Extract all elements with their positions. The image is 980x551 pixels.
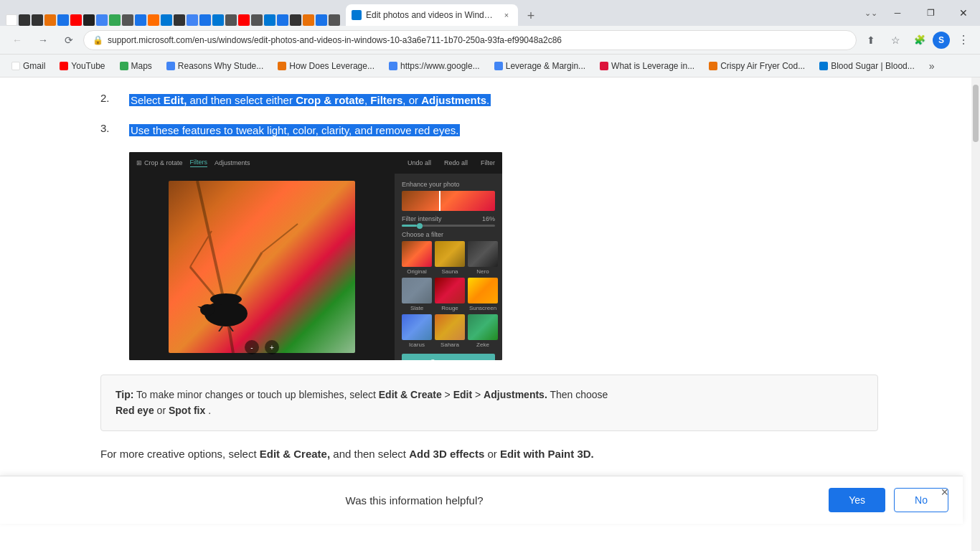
tab-list-button[interactable]: ⌄⌄ (861, 3, 881, 23)
filter-slate-thumb (402, 278, 432, 303)
feedback-question: Was this information helpful? (14, 494, 814, 507)
filter-sauna-name: Sauna (441, 268, 458, 275)
tip-bold-1: Edit & Create (379, 389, 442, 400)
save-copy-button[interactable]: Save a copy (402, 354, 495, 360)
tab-close-button[interactable]: × (501, 9, 512, 21)
tip-bold-5: Spot fix (169, 405, 205, 416)
intensity-fill (402, 225, 417, 227)
filter-sauna[interactable]: Sauna (435, 241, 465, 275)
filter-rouge[interactable]: Rouge (435, 278, 465, 311)
bookmark-gmail[interactable]: Gmail (6, 59, 51, 73)
extension-button[interactable]: 🧩 (908, 29, 931, 52)
editor-photo-area: - + (129, 174, 395, 360)
active-tab[interactable]: Edit photos and videos in Windows 10 × (346, 4, 518, 26)
bookmark-leverage[interactable]: How Does Leverage... (272, 59, 380, 73)
share-button[interactable]: ⬆ (859, 29, 882, 52)
minimize-button[interactable]: ─ (881, 0, 914, 26)
adjustments-tab[interactable]: Adjustments (215, 159, 250, 166)
fav-15 (199, 14, 211, 26)
filter-sahara[interactable]: Sahara (435, 314, 465, 348)
svg-point-11 (210, 293, 242, 305)
filter-icarus-name: Icarus (409, 342, 425, 348)
fav-8 (109, 14, 121, 26)
filter-original-thumb (402, 241, 432, 267)
step-2-text: Select Edit, and then select either Crop… (129, 92, 491, 109)
address-text: support.microsoft.com/en-us/windows/edit… (108, 35, 847, 45)
scrollbar-thumb[interactable] (973, 85, 979, 142)
enhance-preview (402, 191, 495, 211)
tab-bar: Edit photos and videos in Windows 10 × +… (0, 0, 980, 26)
filter-sunscreen-name: Sunscreen (469, 305, 496, 311)
svg-line-10 (230, 326, 233, 331)
maps-favicon (120, 62, 128, 70)
bookmark-youtube[interactable]: YouTube (54, 59, 110, 73)
step-2-highlighted: Select Edit, and then select either Crop… (129, 94, 491, 106)
undo-all-btn[interactable]: Undo all (407, 159, 431, 166)
bookmark-airfryer[interactable]: Crispy Air Fryer Cod... (703, 59, 811, 73)
enhance-label: Enhance your photo (402, 181, 495, 188)
svg-point-7 (200, 304, 215, 316)
editor-mockup: ⊞ Crop & rotate Filters Adjustments Undo… (129, 152, 502, 360)
filter-original[interactable]: Original (402, 241, 432, 275)
filters-tab[interactable]: Filters (190, 159, 208, 167)
crop-rotate-tab[interactable]: ⊞ Crop & rotate (136, 159, 183, 166)
bookmark-reasons[interactable]: Reasons Why Stude... (161, 59, 269, 73)
filter-sunscreen[interactable]: Sunscreen (468, 278, 498, 311)
fav-23 (303, 14, 314, 26)
close-button[interactable]: ✕ (947, 0, 980, 26)
creative-bold-3: Edit with Paint 3D. (500, 448, 594, 460)
bookmark-label-google: https://www.google... (400, 61, 480, 71)
tip-text-1: To make minor changes or touch up blemis… (136, 389, 379, 400)
filter-nero-name: Nero (476, 268, 489, 275)
enhance-divider (439, 191, 440, 211)
fav-12 (161, 14, 172, 26)
page-main[interactable]: 2. Select Edit, and then select either C… (0, 77, 971, 551)
bookmark-lev-margin[interactable]: Leverage & Margin... (489, 59, 591, 73)
profile-button[interactable]: S (933, 32, 950, 49)
filter-slate[interactable]: Slate (402, 278, 432, 311)
intensity-handle[interactable] (417, 223, 423, 229)
fav-24 (316, 14, 327, 26)
redo-all-btn[interactable]: Redo all (444, 159, 468, 166)
tip-box: Tip: To make minor changes or touch up b… (100, 375, 878, 431)
bookmark-maps[interactable]: Maps (114, 59, 158, 73)
tip-or: or (157, 405, 169, 416)
scrollbar[interactable] (971, 77, 980, 551)
filter-sahara-name: Sahara (440, 342, 459, 348)
bookmark-button[interactable]: ☆ (884, 29, 907, 52)
tip-label: Tip: (116, 389, 133, 400)
filter-zeke-thumb (468, 314, 498, 340)
filter-icarus[interactable]: Icarus (402, 314, 432, 348)
tip-end: . (208, 405, 211, 416)
bookmark-blood-sugar[interactable]: Blood Sugar | Blood... (814, 59, 920, 73)
tip-bold-4: Red eye (116, 405, 154, 416)
lev-margin-favicon (494, 62, 503, 70)
back-button[interactable]: ← (6, 29, 29, 52)
filter-row-2: Slate Rouge Sunscreen (402, 278, 495, 311)
reasons-favicon (166, 62, 175, 70)
menu-button[interactable]: ⋮ (951, 29, 974, 52)
feedback-close-button[interactable]: × (941, 485, 948, 500)
creative-bold-2: Add 3D effects (409, 448, 484, 460)
reload-button[interactable]: ⟳ (57, 29, 80, 52)
feedback-yes-button[interactable]: Yes (829, 488, 885, 512)
restore-button[interactable]: ❐ (914, 0, 947, 26)
filter-nero[interactable]: Nero (468, 241, 498, 275)
filter-original-name: Original (407, 268, 427, 275)
tip-gt-2: > (475, 389, 484, 400)
address-bar[interactable]: 🔒 support.microsoft.com/en-us/windows/ed… (83, 30, 857, 50)
bookmark-more[interactable]: » (923, 58, 941, 74)
intensity-pct: 16% (482, 215, 495, 222)
bookmark-what-leverage[interactable]: What is Leverage in... (594, 59, 700, 73)
new-tab-button[interactable]: + (521, 6, 541, 26)
filter-zeke[interactable]: Zeke (468, 314, 498, 348)
zoom-out-ctrl[interactable]: - (245, 340, 259, 354)
zoom-in-ctrl[interactable]: + (265, 340, 279, 354)
filter-icarus-thumb (402, 314, 432, 340)
forward-button[interactable]: → (32, 29, 55, 52)
intensity-track[interactable] (402, 225, 495, 227)
step-3-num: 3. (100, 122, 118, 139)
bookmark-label-gmail: Gmail (23, 61, 45, 71)
bookmark-google[interactable]: https://www.google... (383, 59, 486, 73)
tree-svg (169, 181, 355, 353)
